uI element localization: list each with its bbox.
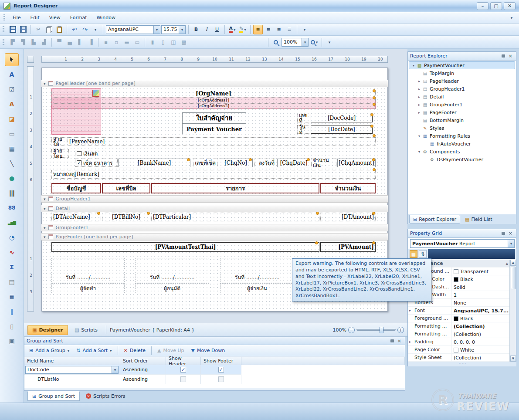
expander-icon[interactable]: ▸ <box>417 95 422 99</box>
expand-icon[interactable]: ▸ <box>409 308 411 312</box>
signature-box-3[interactable] <box>220 258 294 269</box>
paste-button[interactable] <box>54 25 64 34</box>
toolbox-shape-tool[interactable]: ● <box>5 172 19 185</box>
cut-button[interactable]: ✂ <box>34 25 43 34</box>
toolbox-picture-box-tool[interactable]: ◪ <box>5 112 19 125</box>
collapse-triangle-icon[interactable] <box>44 81 48 86</box>
doc-no-label[interactable]: เลขที่ <box>297 114 310 122</box>
toolbox-check-box-tool[interactable]: ☑ <box>5 83 19 96</box>
org-name-field[interactable]: [OrgName] <box>51 90 376 97</box>
signature-date-2[interactable]: วันที่ ......./............ <box>135 272 209 282</box>
signature-date-3[interactable]: วันที่ ......./............ <box>220 272 294 282</box>
menu-window[interactable]: Window <box>92 13 120 22</box>
band-caption-page-header[interactable]: PageHeader [one band per page] <box>41 80 388 87</box>
collapse-triangle-icon[interactable] <box>44 206 48 211</box>
zoom-slider-thumb[interactable] <box>380 327 383 333</box>
doc-code-field[interactable]: [DocCode] <box>311 114 373 122</box>
org-address2-field[interactable]: [cOrgAddress2] <box>51 103 376 109</box>
size-to-grid-icon[interactable]: ▫ <box>112 37 121 47</box>
toolbox-pointer-tool[interactable] <box>5 53 19 66</box>
font-name-dropdown-icon[interactable] <box>153 26 160 34</box>
font-size-combo[interactable]: 15.75 <box>161 25 186 34</box>
align-center-button[interactable]: ≡ <box>264 25 273 34</box>
toolbox-page-info-tool[interactable]: ▤ <box>5 275 19 288</box>
column-header-show-footer[interactable]: Show Footer <box>201 357 241 365</box>
pv-amount-text-field[interactable]: [PVAmountTextThai] <box>51 242 319 252</box>
cheque-amount-field[interactable]: [ChqAmount] <box>337 159 376 167</box>
zoom-increase-button[interactable]: + <box>397 327 404 333</box>
signature-box-2[interactable] <box>135 258 209 269</box>
field-name-combo[interactable]: DocCode <box>25 366 119 374</box>
sort-row-sort-cell[interactable]: Ascending <box>120 375 166 384</box>
pv-amount-field[interactable]: [PVAmount] <box>320 242 376 252</box>
expander-icon[interactable]: ▾ <box>411 64 416 68</box>
expander-icon[interactable]: ▾ <box>417 150 422 154</box>
collapse-triangle-icon[interactable] <box>44 225 48 230</box>
band-caption-page-footer[interactable]: PageFooter [one band per page] <box>41 233 388 240</box>
toolbox-sparkline-tool[interactable]: ∿ <box>5 246 19 259</box>
align-horizontal-centers-icon[interactable]: ▀ <box>54 37 64 47</box>
bring-to-front-icon[interactable]: ◫ <box>169 37 178 47</box>
collapse-triangle-icon[interactable] <box>44 196 48 202</box>
scroll-up-icon[interactable]: ▲ <box>510 260 516 266</box>
bold-button[interactable]: B <box>191 25 201 34</box>
show-footer-checkbox[interactable]: ✓ <box>218 367 224 373</box>
property-row-font[interactable]: ▸FontAngsanaUPC, 15.7... <box>408 307 510 315</box>
align-right-button[interactable]: ≡ <box>274 25 284 34</box>
move-down-button[interactable]: ▼Move Down <box>188 346 228 355</box>
tree-item-styles[interactable]: ✎Styles <box>409 124 515 132</box>
column-header-amount[interactable]: จำนวนเงิน <box>320 183 376 193</box>
scrollbar-thumb[interactable] <box>511 267 516 289</box>
collapse-triangle-icon[interactable] <box>44 234 48 240</box>
menu-file[interactable]: File <box>8 13 25 22</box>
tab-scripts[interactable]: ▤Scripts <box>70 325 102 335</box>
object-selector-dropdown-icon[interactable] <box>508 240 514 247</box>
column-header-account[interactable]: ชื่อบัญชี <box>51 183 101 193</box>
scroll-down-icon[interactable]: ▼ <box>510 356 516 362</box>
show-header-checkbox[interactable]: ✓ <box>180 367 186 373</box>
cheque-date-label[interactable]: ลงวันที่ <box>254 159 276 167</box>
dt-bill-no-field[interactable]: [DTBillNo] <box>102 213 150 221</box>
expander-icon[interactable]: ▸ <box>417 103 422 107</box>
column-header-sort-order[interactable]: Sort Order <box>120 357 166 365</box>
group-row-sort-cell[interactable]: Ascending <box>120 365 166 375</box>
signature-date-1[interactable]: วันที่ ......./............ <box>51 272 125 282</box>
center-horizontally-icon[interactable]: ▮ <box>148 37 157 47</box>
delete-button[interactable]: ✕Delete <box>121 346 149 355</box>
menu-options-chevron-icon[interactable] <box>507 13 516 23</box>
align-tops-icon[interactable]: ▙ <box>29 37 38 47</box>
underline-button[interactable]: U <box>212 25 222 34</box>
minimize-button[interactable]: – <box>477 2 488 10</box>
toolbox-cross-band-line-tool[interactable]: ∥ <box>5 305 19 318</box>
align-lefts-icon[interactable]: ▛ <box>8 37 17 47</box>
group-row-field-cell[interactable]: DocCode <box>24 365 120 375</box>
cheque-no-field[interactable]: [ChqNo] <box>219 159 253 167</box>
property-row-formatting-rule-1[interactable]: Formatting Rule(Collection) <box>408 322 510 330</box>
toolbox-rich-text-tool[interactable]: A <box>5 98 19 111</box>
copy-button[interactable] <box>44 25 54 34</box>
cheque-date-field[interactable]: [ChqDate] <box>277 159 310 167</box>
maximize-button[interactable]: ▢ <box>490 2 502 10</box>
remark-label[interactable]: หมายเหตุ <box>51 170 72 179</box>
toolbox-line-tool[interactable]: ╲ <box>5 157 19 170</box>
font-color-button[interactable]: A <box>227 25 237 34</box>
property-grid-scrollbar[interactable]: ▲ ▼ <box>509 260 516 362</box>
toolbox-cross-band-box-tool[interactable]: ▯ <box>5 320 19 333</box>
paid-by-label[interactable]: จ่ายโดย <box>51 149 69 158</box>
toolbox-chart-tool[interactable]: ▂▅▇ <box>5 216 19 229</box>
add-group-button[interactable]: ⊞Add a Group <box>26 346 72 355</box>
sort-row-show-header-cell[interactable] <box>166 375 201 384</box>
pin-icon[interactable] <box>502 232 505 235</box>
center-vertically-icon[interactable]: ▯ <box>158 37 168 47</box>
pin-icon[interactable] <box>502 54 505 58</box>
cheque-checkbox-control[interactable]: ✓เช็ค ธนาคาร <box>75 159 118 167</box>
dt-amount-field[interactable]: [DTAmount] <box>320 213 376 221</box>
layout-toolbar-options-icon[interactable] <box>325 37 334 47</box>
undo-button[interactable]: ↶ <box>70 25 79 34</box>
zoom-decrease-button[interactable]: − <box>348 327 355 333</box>
band-caption-group-header1[interactable]: GroupHeader1 <box>41 195 388 203</box>
expand-icon[interactable]: ▸ <box>409 340 411 344</box>
tree-item-page-header[interactable]: ▸▤PageHeader <box>409 77 515 85</box>
pin-icon[interactable] <box>390 339 394 342</box>
column-header-particular[interactable]: รายการ <box>151 183 319 193</box>
